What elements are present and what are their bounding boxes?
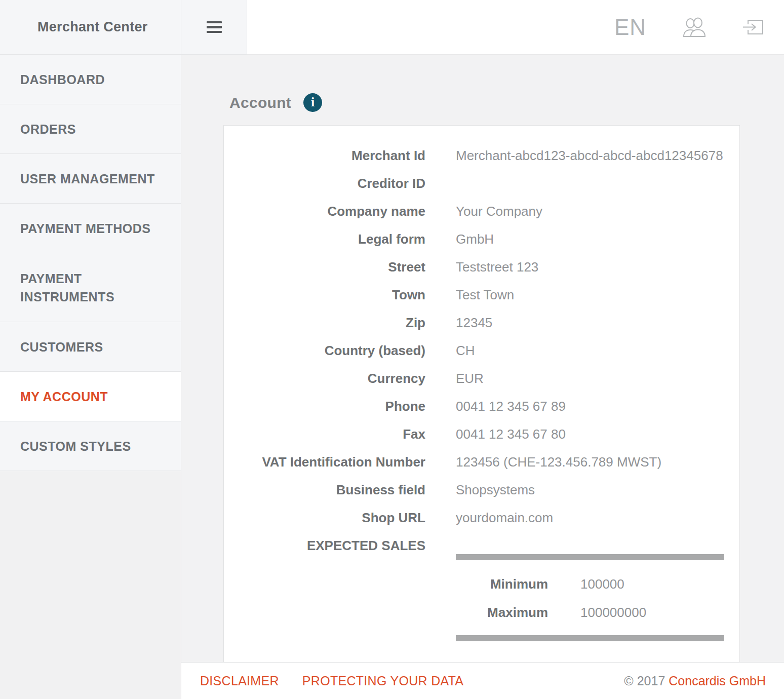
field-value: Shopsystems — [456, 481, 724, 499]
field-label: Street — [224, 258, 425, 276]
field-value: 0041 12 345 67 80 — [456, 425, 724, 443]
maximum-label: Maximum — [456, 604, 548, 621]
app-title: Merchant Center — [37, 19, 148, 35]
field-row-creditor-id: Creditor ID — [224, 170, 739, 198]
field-label: Fax — [224, 425, 425, 443]
field-value: Teststreet 123 — [456, 258, 724, 276]
sidebar-item-payment-instruments[interactable]: PAYMENT INSTRUMENTS — [0, 253, 181, 322]
sidebar-item-user-management[interactable]: USER MANAGEMENT — [0, 154, 181, 204]
sidebar-item-label: USER MANAGEMENT — [20, 170, 155, 188]
sidebar-item-label: DASHBOARD — [20, 70, 105, 89]
divider-bar — [456, 554, 724, 560]
sidebar-item-label: PAYMENT METHODS — [20, 219, 151, 238]
field-value: Your Company — [456, 203, 724, 220]
minimum-label: Minimum — [456, 575, 548, 593]
sidebar-item-label: PAYMENT INSTRUMENTS — [20, 269, 171, 306]
expected-sales-values: Minimum 100000 Maximum 100000000 — [456, 537, 724, 641]
main-content: Account i Merchant Id Merchant-abcd123-a… — [181, 55, 784, 662]
field-row-phone: Phone 0041 12 345 67 89 — [224, 393, 739, 420]
hamburger-menu-icon — [207, 21, 222, 33]
field-label: Town — [224, 286, 425, 304]
sidebar-item-dashboard[interactable]: DASHBOARD — [0, 55, 181, 104]
menu-toggle-button[interactable] — [181, 0, 247, 55]
field-label: Creditor ID — [224, 175, 425, 192]
disclaimer-link[interactable]: DISCLAIMER — [200, 674, 279, 688]
field-label: Business field — [224, 481, 425, 499]
field-value: EUR — [456, 370, 724, 387]
copyright-text: © 2017 — [624, 674, 669, 688]
expected-sales-label: EXPECTED SALES — [224, 537, 425, 641]
account-details-card: Merchant Id Merchant-abcd123-abcd-abcd-a… — [223, 125, 740, 662]
field-label: Legal form — [224, 230, 425, 248]
field-value: 0041 12 345 67 89 — [456, 398, 724, 415]
protecting-your-data-link[interactable]: PROTECTING YOUR DATA — [302, 674, 464, 688]
field-label: Country (based) — [224, 342, 425, 360]
logout-icon[interactable] — [742, 17, 764, 37]
footer: DISCLAIMER PROTECTING YOUR DATA © 2017 C… — [181, 662, 784, 699]
company-link[interactable]: Concardis GmbH — [669, 674, 766, 688]
field-row-country: Country (based) CH — [224, 337, 739, 365]
expected-sales-section: EXPECTED SALES Minimum 100000 Maximum 10… — [224, 532, 739, 646]
copyright-area: © 2017 Concardis GmbH — [624, 674, 766, 688]
field-value: Test Town — [456, 286, 724, 304]
field-label: Zip — [224, 314, 425, 332]
field-row-merchant-id: Merchant Id Merchant-abcd123-abcd-abcd-a… — [224, 142, 739, 170]
sidebar-item-my-account[interactable]: MY ACCOUNT — [0, 372, 181, 421]
field-row-legal-form: Legal form GmbH — [224, 225, 739, 253]
top-bar-main: EN — [247, 0, 784, 55]
field-value: 123456 (CHE-123.456.789 MWST) — [456, 453, 724, 471]
field-value: CH — [456, 342, 724, 360]
sidebar-nav: DASHBOARD ORDERS USER MANAGEMENT PAYMENT… — [0, 55, 181, 699]
field-value: GmbH — [456, 230, 724, 248]
sidebar-item-label: CUSTOM STYLES — [20, 437, 131, 455]
field-label: Phone — [224, 398, 425, 415]
page-title: Account — [229, 94, 291, 111]
field-value — [456, 175, 724, 192]
field-row-company-name: Company name Your Company — [224, 198, 739, 225]
sidebar-item-label: MY ACCOUNT — [20, 387, 108, 406]
field-label: Merchant Id — [224, 147, 425, 165]
brand-area: Merchant Center — [0, 0, 181, 55]
field-row-business-field: Business field Shopsystems — [224, 476, 739, 504]
sidebar-item-customers[interactable]: CUSTOMERS — [0, 322, 181, 372]
sidebar-item-payment-methods[interactable]: PAYMENT METHODS — [0, 204, 181, 253]
sidebar-item-label: CUSTOMERS — [20, 338, 103, 356]
field-row-currency: Currency EUR — [224, 365, 739, 393]
field-row-zip: Zip 12345 — [224, 309, 739, 337]
field-row-vat-number: VAT Identification Number 123456 (CHE-12… — [224, 448, 739, 476]
page-heading: Account i — [229, 93, 784, 112]
field-label: Company name — [224, 203, 425, 220]
field-value: Merchant-abcd123-abcd-abcd-abcd12345678 — [456, 147, 724, 165]
field-row-street: Street Teststreet 123 — [224, 253, 739, 281]
sidebar-item-orders[interactable]: ORDERS — [0, 104, 181, 154]
info-icon[interactable]: i — [303, 93, 322, 112]
field-row-shop-url: Shop URL yourdomain.com — [224, 504, 739, 532]
field-row-town: Town Test Town — [224, 281, 739, 309]
field-row-fax: Fax 0041 12 345 67 80 — [224, 420, 739, 448]
maximum-value: 100000000 — [580, 604, 646, 621]
expected-sales-maximum-row: Maximum 100000000 — [456, 604, 724, 621]
sidebar-item-custom-styles[interactable]: CUSTOM STYLES — [0, 421, 181, 471]
users-icon[interactable] — [683, 17, 706, 37]
field-value: 12345 — [456, 314, 724, 332]
field-label: Currency — [224, 370, 425, 387]
field-label: Shop URL — [224, 509, 425, 527]
field-label: VAT Identification Number — [224, 453, 425, 471]
field-value: yourdomain.com — [456, 509, 724, 527]
top-bar: Merchant Center EN — [0, 0, 784, 55]
minimum-value: 100000 — [580, 575, 624, 593]
divider-bar — [456, 635, 724, 641]
expected-sales-minimum-row: Minimum 100000 — [456, 575, 724, 593]
language-selector[interactable]: EN — [614, 15, 646, 40]
sidebar-item-label: ORDERS — [20, 120, 76, 138]
